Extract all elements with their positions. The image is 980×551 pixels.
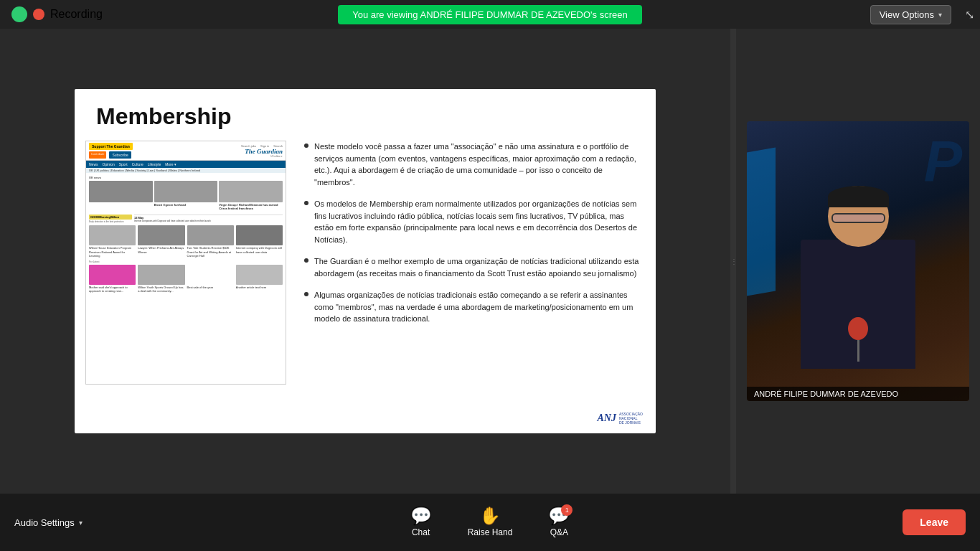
guardian-second-section: GOODMorningWilton Early detection is the… — [86, 213, 286, 259]
exit-fullscreen-button[interactable]: ⤡ — [965, 8, 974, 22]
slide-title: Membership — [75, 89, 656, 137]
guardian-hero-section: UK news Brexit / Ignore furrhead — [86, 173, 286, 213]
guardian-support-btn: Support The Guardian — [89, 143, 133, 150]
bullet-dot-3 — [304, 258, 308, 263]
bg-logo-decoration: P — [924, 128, 962, 194]
slide-right: Neste modelo você passa a fazer uma "ass… — [297, 137, 656, 433]
shield-icon — [11, 6, 27, 22]
recording-label: Recording — [50, 8, 103, 21]
chat-icon: 💬 — [410, 507, 432, 524]
slide-handle[interactable]: ⋮ — [730, 29, 736, 494]
slide-left: Support The Guardian Contribute Subscrib… — [75, 137, 297, 433]
guardian-subscribe-btn: Subscribe — [109, 151, 131, 159]
guardian-third-section: For Latest Mother said she'd approach to… — [86, 259, 286, 294]
slide-container: Membership Support The Guardian Contribu… — [0, 29, 730, 494]
view-options-button[interactable]: View Options ▾ — [870, 5, 951, 24]
guardian-nav: News Opinion Sport Culture Lifestyle Mor… — [86, 161, 286, 168]
bg-stripe-decoration — [747, 147, 776, 296]
bullet-dot-4 — [304, 292, 308, 296]
audio-settings-chevron-icon: ▾ — [79, 519, 83, 527]
mic-head-shape — [848, 317, 868, 340]
leave-button[interactable]: Leave — [903, 509, 966, 535]
screen-banner: You are viewing ANDRÉ FILIPE DUMMAR DE A… — [338, 5, 641, 24]
chat-button[interactable]: 💬 Chat — [410, 507, 432, 537]
slide: Membership Support The Guardian Contribu… — [75, 89, 656, 433]
presenter-head-shape — [828, 186, 889, 247]
presenter-body-shape — [801, 240, 915, 369]
top-bar: Recording You are viewing ANDRÉ FILIPE D… — [0, 0, 980, 29]
bullet-2: Os modelos de Membership eram normalment… — [304, 198, 641, 245]
handle-dots-icon: ⋮ — [730, 258, 736, 265]
bullet-text-2: Os modelos de Membership eram normalment… — [314, 198, 641, 245]
recording-indicator: Recording — [11, 6, 103, 22]
bullet-text-1: Neste modelo você passa a fazer uma "ass… — [314, 141, 641, 188]
raise-hand-icon: ✋ — [479, 507, 501, 524]
mic-pole-shape — [857, 340, 859, 362]
qa-badge: 1 — [561, 504, 573, 516]
guardian-grid: Wilton House Education Program Receives … — [89, 225, 283, 258]
anj-logo-text: ANJ — [597, 413, 616, 424]
chevron-down-icon: ▾ — [938, 11, 942, 19]
qa-button[interactable]: 💬 1 Q&A — [548, 507, 570, 537]
bullet-text-4: Algumas organizações de notícias tradici… — [314, 289, 641, 325]
bullet-3: The Guardian é o melhor exemplo de uma o… — [304, 255, 641, 279]
raise-hand-label: Raise Hand — [468, 527, 513, 537]
bullet-4: Algumas organizações de notícias tradici… — [304, 289, 641, 325]
bullet-1: Neste modelo você passa a fazer uma "ass… — [304, 141, 641, 188]
anj-label: ASSOCIAÇÃONACIONALDE JORNAIS — [619, 412, 643, 425]
guardian-header: Support The Guardian Contribute Subscrib… — [86, 141, 286, 161]
video-panel: P — [736, 29, 980, 494]
guardian-subheader: UK | UK politics | Education | Media | S… — [86, 168, 286, 173]
chat-label: Chat — [412, 527, 430, 537]
mic-assembly — [848, 317, 868, 362]
audio-settings-label: Audio Settings — [14, 517, 75, 528]
guardian-logo: The Guardian — [245, 148, 283, 155]
main-area: Membership Support The Guardian Contribu… — [0, 29, 980, 494]
presenter-name: ANDRÉ FILIPE DUMMAR DE AZEVEDO — [754, 390, 898, 398]
presenter-video: P — [747, 121, 969, 401]
presenter-figure — [793, 186, 923, 372]
audio-settings[interactable]: Audio Settings ▾ — [14, 517, 83, 528]
bullet-dot-1 — [304, 143, 308, 148]
view-options-label: View Options — [880, 9, 934, 20]
recording-dot — [33, 9, 44, 20]
guardian-mockup: Support The Guardian Contribute Subscrib… — [85, 141, 286, 385]
bottom-bar: Audio Settings ▾ 💬 Chat ✋ Raise Hand 💬 1… — [0, 494, 980, 551]
anj-logo: ANJ ASSOCIAÇÃONACIONALDE JORNAIS — [597, 412, 643, 425]
guardian-edition: US edition ▾ — [270, 155, 283, 158]
glasses-shape — [831, 213, 885, 223]
qa-label: Q&A — [550, 527, 568, 537]
bullet-dot-2 — [304, 201, 308, 205]
guardian-contribute-btn: Contribute — [89, 151, 106, 159]
presenter-name-bar: ANDRÉ FILIPE DUMMAR DE AZEVEDO — [747, 387, 969, 401]
slide-content: Support The Guardian Contribute Subscrib… — [75, 137, 656, 433]
bullet-text-3: The Guardian é o melhor exemplo de uma o… — [314, 255, 641, 279]
raise-hand-button[interactable]: ✋ Raise Hand — [468, 507, 513, 537]
hair-shape — [828, 186, 889, 207]
